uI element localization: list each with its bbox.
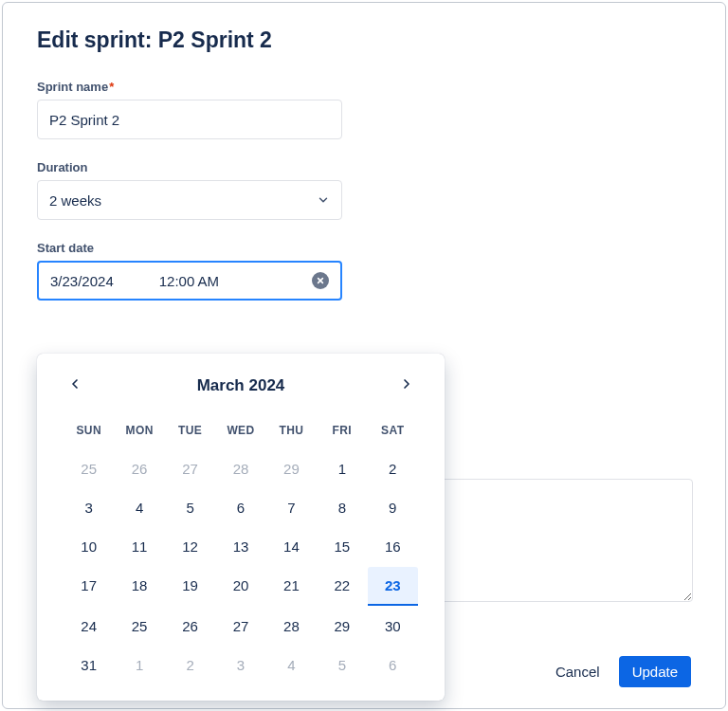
calendar-day[interactable]: 1 <box>114 647 164 684</box>
dialog-title: Edit sprint: P2 Sprint 2 <box>37 27 691 53</box>
day-of-week-header: MON <box>114 416 164 448</box>
calendar-day[interactable]: 9 <box>368 489 418 526</box>
start-date-time-part: 12:00 AM <box>159 273 219 289</box>
calendar-day[interactable]: 31 <box>64 647 114 684</box>
calendar-day[interactable]: 8 <box>317 489 367 526</box>
day-of-week-header: SAT <box>368 416 418 448</box>
calendar-day[interactable]: 25 <box>64 450 114 487</box>
edit-sprint-dialog: Edit sprint: P2 Sprint 2 Sprint name* Du… <box>2 2 726 709</box>
calendar-day[interactable]: 5 <box>317 647 367 684</box>
required-indicator: * <box>109 80 114 94</box>
prev-month-button[interactable] <box>64 373 86 399</box>
calendar-day[interactable]: 16 <box>368 528 418 565</box>
datepicker-grid: SUNMONTUEWEDTHUFRISAT2526272829123456789… <box>64 416 418 684</box>
calendar-day[interactable]: 1 <box>317 450 367 487</box>
calendar-day[interactable]: 17 <box>64 567 114 606</box>
calendar-day[interactable]: 28 <box>215 450 265 487</box>
calendar-day[interactable]: 4 <box>266 647 317 684</box>
calendar-day[interactable]: 14 <box>266 528 317 565</box>
calendar-day[interactable]: 27 <box>165 450 215 487</box>
calendar-day[interactable]: 30 <box>368 608 418 645</box>
duration-select[interactable]: 2 weeks <box>37 180 342 220</box>
day-of-week-header: FRI <box>317 416 367 448</box>
datepicker-popover: March 2024 SUNMONTUEWEDTHUFRISAT25262728… <box>37 354 445 701</box>
calendar-day[interactable]: 22 <box>317 567 367 606</box>
calendar-day[interactable]: 29 <box>266 450 317 487</box>
sprint-name-input[interactable] <box>37 100 342 139</box>
cancel-button[interactable]: Cancel <box>542 656 613 687</box>
calendar-day[interactable]: 4 <box>114 489 164 526</box>
calendar-day[interactable]: 7 <box>266 489 317 526</box>
calendar-day[interactable]: 12 <box>165 528 215 565</box>
calendar-day[interactable]: 26 <box>165 608 215 645</box>
calendar-day[interactable]: 13 <box>215 528 265 565</box>
start-date-date-part: 3/23/2024 <box>50 273 114 289</box>
start-date-input[interactable]: 3/23/2024 12:00 AM <box>37 261 342 301</box>
calendar-day[interactable]: 10 <box>64 528 114 565</box>
calendar-day[interactable]: 6 <box>368 647 418 684</box>
calendar-day[interactable]: 2 <box>165 647 215 684</box>
calendar-day[interactable]: 5 <box>165 489 215 526</box>
calendar-day[interactable]: 3 <box>215 647 265 684</box>
duration-field-group: Duration 2 weeks <box>37 160 691 220</box>
clear-date-icon[interactable] <box>312 272 329 289</box>
calendar-day[interactable]: 15 <box>317 528 367 565</box>
calendar-day[interactable]: 20 <box>215 567 265 606</box>
chevron-left-icon <box>67 376 82 392</box>
next-month-button[interactable] <box>395 373 418 399</box>
calendar-day[interactable]: 21 <box>266 567 317 606</box>
dialog-actions: Cancel Update <box>542 656 691 687</box>
calendar-day[interactable]: 25 <box>114 608 164 645</box>
day-of-week-header: THU <box>266 416 317 448</box>
duration-label: Duration <box>37 160 691 174</box>
calendar-day[interactable]: 6 <box>215 489 265 526</box>
calendar-day[interactable]: 19 <box>165 567 215 606</box>
calendar-day[interactable]: 29 <box>317 608 367 645</box>
day-of-week-header: WED <box>215 416 265 448</box>
day-of-week-header: SUN <box>64 416 114 448</box>
start-date-label: Start date <box>37 241 691 255</box>
sprint-name-label: Sprint name* <box>37 80 691 94</box>
chevron-down-icon <box>317 193 330 207</box>
duration-selected-value: 2 weeks <box>49 192 101 209</box>
calendar-day[interactable]: 23 <box>368 567 418 606</box>
chevron-right-icon <box>399 376 414 392</box>
start-date-field-group: Start date 3/23/2024 12:00 AM <box>37 241 691 301</box>
update-button[interactable]: Update <box>619 656 691 687</box>
calendar-day[interactable]: 26 <box>114 450 164 487</box>
calendar-day[interactable]: 3 <box>64 489 114 526</box>
sprint-name-field-group: Sprint name* <box>37 80 691 139</box>
datepicker-month-year: March 2024 <box>197 376 285 395</box>
calendar-day[interactable]: 11 <box>114 528 164 565</box>
calendar-day[interactable]: 18 <box>114 567 164 606</box>
calendar-day[interactable]: 24 <box>64 608 114 645</box>
calendar-day[interactable]: 28 <box>266 608 317 645</box>
calendar-day[interactable]: 2 <box>368 450 418 487</box>
datepicker-header: March 2024 <box>64 373 418 399</box>
day-of-week-header: TUE <box>165 416 215 448</box>
calendar-day[interactable]: 27 <box>215 608 265 645</box>
